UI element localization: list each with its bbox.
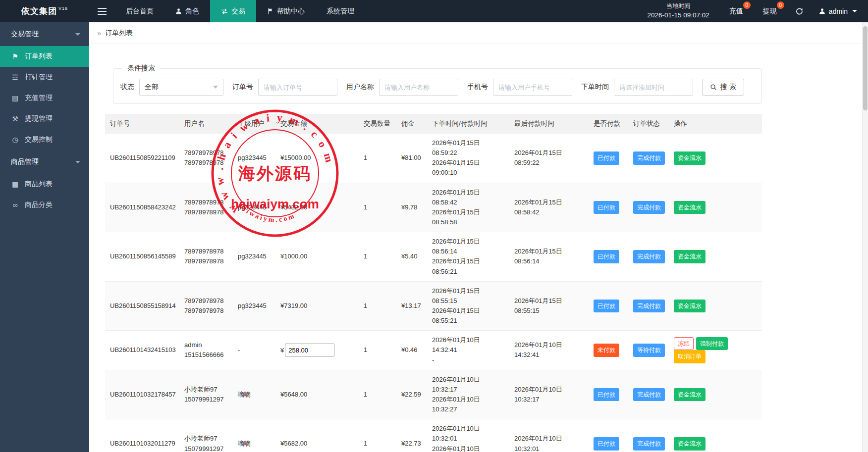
caret-down-icon bbox=[852, 10, 857, 12]
ops-cell: 资金流水 bbox=[669, 232, 762, 282]
sidebar-item-8[interactable]: ▦商品列表 bbox=[0, 174, 89, 195]
status-badge: 已付款 bbox=[594, 300, 619, 313]
recharge-badge: 0 bbox=[743, 1, 751, 9]
fund-flow-button[interactable]: 资金流水 bbox=[674, 437, 705, 451]
scrollbar[interactable] bbox=[862, 22, 868, 452]
nav-item-1[interactable]: 后台首页 bbox=[115, 0, 164, 22]
sidebar-group-1[interactable]: 交易管理 bbox=[0, 22, 89, 46]
status-cell: 完成付款 bbox=[628, 134, 669, 183]
ops-cell: 冻结强制付款取消订单 bbox=[669, 331, 762, 370]
status-cell: 完成付款 bbox=[628, 183, 669, 232]
commission-cell: ¥5.40 bbox=[396, 232, 427, 282]
sidebar-group-label: 商品管理 bbox=[11, 157, 39, 166]
column-header: 交易数量 bbox=[359, 114, 396, 134]
phone-input[interactable] bbox=[493, 79, 572, 96]
column-header: 用户名 bbox=[179, 114, 233, 134]
quantity-cell: 1 bbox=[359, 331, 396, 370]
nav-item-4[interactable]: 帮助中心 bbox=[256, 0, 316, 22]
table-body: UB26011508592211097897897897878978978978… bbox=[105, 134, 762, 452]
sidebar-item-9[interactable]: ∞商品分类 bbox=[0, 195, 89, 215]
table-row: UB26011508584232427897897897878978978978… bbox=[105, 183, 762, 232]
fund-flow-button[interactable]: 资金流水 bbox=[674, 300, 705, 313]
withdraw-icon: ⚒ bbox=[11, 115, 19, 123]
category-icon: ∞ bbox=[11, 201, 19, 209]
sidebar-item-label: 充值管理 bbox=[25, 94, 53, 102]
order-time-label: 下单时间 bbox=[581, 83, 609, 92]
user-cell: 7897897897878978978978 bbox=[179, 183, 233, 232]
status-badge: 已付款 bbox=[594, 250, 619, 263]
fund-flow-button[interactable]: 资金流水 bbox=[674, 201, 705, 214]
table-row: UB26011508561455897897897897878978978978… bbox=[105, 232, 762, 282]
parent-user-cell: pg323445 bbox=[233, 232, 275, 282]
sidebar-item-3[interactable]: ☲打针管理 bbox=[0, 67, 89, 88]
amount-input[interactable] bbox=[285, 344, 334, 356]
sidebar-item-4[interactable]: ▤充值管理 bbox=[0, 88, 89, 108]
fund-flow-button[interactable]: 资金流水 bbox=[674, 250, 705, 263]
amount-cell: ¥5648.00 bbox=[275, 370, 359, 419]
order-no-cell: UB2601101032178457 bbox=[105, 370, 179, 419]
order-no-input[interactable] bbox=[258, 79, 337, 96]
status-badge: 完成付款 bbox=[633, 250, 665, 263]
paid-cell: 已付款 bbox=[589, 370, 628, 419]
sidebar-item-5[interactable]: ⚒提现管理 bbox=[0, 108, 89, 129]
ops-cell: 资金流水 bbox=[669, 419, 762, 452]
order-list-icon: ⚑ bbox=[11, 52, 19, 60]
username: admin bbox=[829, 7, 848, 15]
sidebar-item-2[interactable]: ⚑订单列表 bbox=[0, 46, 89, 67]
nav-item-5[interactable]: 系统管理 bbox=[316, 0, 365, 22]
needle-icon: ☲ bbox=[11, 73, 19, 81]
amount-cell: ¥5682.00 bbox=[275, 419, 359, 452]
order-time-input[interactable] bbox=[614, 79, 693, 96]
nav-item-3[interactable]: 交易 bbox=[210, 0, 256, 22]
status-cell: 完成付款 bbox=[628, 281, 669, 331]
order-no-cell: UB2601150856145589 bbox=[105, 232, 179, 282]
quantity-cell: 1 bbox=[359, 419, 396, 452]
user-cell: 小玲老师9715079991297 bbox=[179, 370, 233, 419]
status-badge: 完成付款 bbox=[633, 201, 665, 214]
table-row: UB2601101432415103admin15151566666-¥1¥0.… bbox=[105, 331, 762, 370]
status-badge: 已付款 bbox=[594, 388, 619, 402]
withdraw-badge: 0 bbox=[777, 1, 784, 9]
freeze-button[interactable]: 冻结 bbox=[674, 337, 694, 351]
chevron-down-icon bbox=[75, 33, 80, 36]
chevron-down-icon bbox=[75, 161, 80, 163]
search-icon bbox=[710, 84, 717, 91]
last-pay-time-cell: 2026年01月15日 08:58:42 bbox=[509, 183, 589, 232]
column-header: 最后付款时间 bbox=[509, 114, 589, 134]
nav-item-2[interactable]: 角色 bbox=[164, 0, 210, 22]
status-cell: 完成付款 bbox=[628, 232, 669, 282]
user-menu[interactable]: admin bbox=[812, 0, 868, 22]
fund-flow-button[interactable]: 资金流水 bbox=[674, 388, 705, 402]
user-cell: admin15151566666 bbox=[179, 331, 233, 370]
sidebar-item-label: 商品分类 bbox=[25, 201, 53, 209]
refresh-icon[interactable] bbox=[787, 0, 812, 22]
fund-flow-button[interactable]: 资金流水 bbox=[674, 151, 705, 165]
table-row: UB26011508592211097897897897878978978978… bbox=[105, 134, 762, 183]
ops-cell: 资金流水 bbox=[669, 134, 762, 183]
paid-cell: 已付款 bbox=[589, 232, 628, 282]
menu-toggle-icon[interactable] bbox=[89, 0, 115, 22]
search-button-label: 搜 索 bbox=[720, 83, 736, 92]
amount-cell: ¥5432.00 bbox=[275, 183, 359, 232]
last-pay-time-cell: 2026年01月10日 14:32:41 bbox=[509, 331, 589, 370]
app-version: V16 bbox=[58, 6, 68, 11]
force-pay-button[interactable]: 强制付款 bbox=[696, 337, 728, 351]
scrollbar-thumb[interactable] bbox=[863, 26, 868, 110]
cancel-order-button[interactable]: 取消订单 bbox=[674, 350, 705, 363]
local-time-label: 当地时间 bbox=[666, 1, 690, 11]
sidebar-item-6[interactable]: ◷交易控制 bbox=[0, 129, 89, 150]
sidebar-group-7[interactable]: 商品管理 bbox=[0, 150, 89, 174]
top-header: 依文集团 V16 后台首页角色交易帮助中心系统管理 当地时间 2026-01-1… bbox=[0, 0, 868, 22]
ops-cell: 资金流水 bbox=[669, 370, 762, 419]
username-input[interactable] bbox=[379, 79, 458, 96]
status-select[interactable]: 全部 bbox=[139, 79, 223, 96]
top-nav: 后台首页角色交易帮助中心系统管理 bbox=[115, 0, 365, 22]
nav-item-label: 后台首页 bbox=[126, 7, 154, 16]
withdraw-button[interactable]: 提现 0 bbox=[753, 0, 787, 22]
search-button[interactable]: 搜 索 bbox=[702, 79, 744, 96]
order-pay-time-cell: 2026年01月15日 08:55:152026年01月15日 08:55:21 bbox=[427, 281, 509, 331]
column-header: 下单时间/付款时间 bbox=[427, 114, 509, 134]
order-time-filter: 下单时间 bbox=[581, 79, 693, 96]
recharge-button[interactable]: 充值 0 bbox=[719, 0, 753, 22]
paid-cell: 未付款 bbox=[589, 331, 628, 370]
